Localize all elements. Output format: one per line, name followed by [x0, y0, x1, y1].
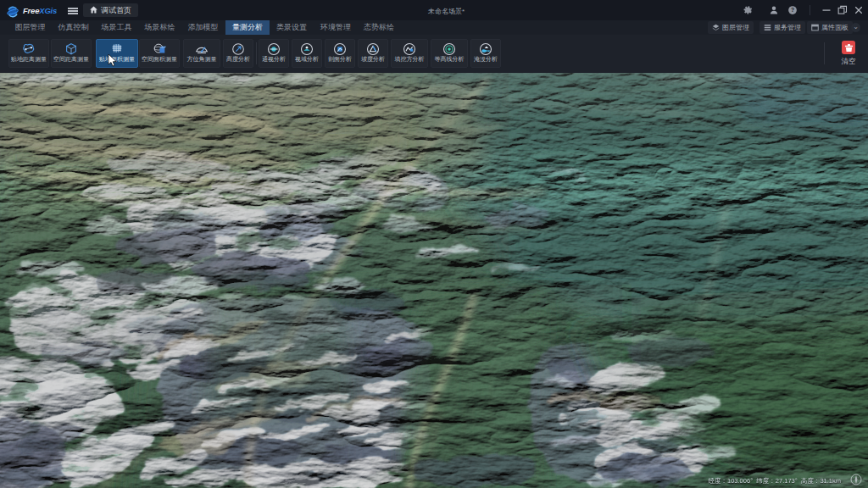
- svg-text:?: ?: [791, 7, 794, 13]
